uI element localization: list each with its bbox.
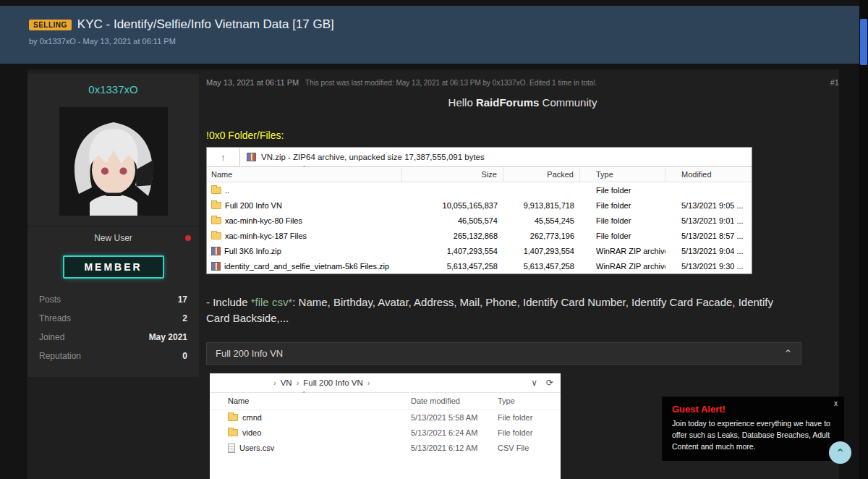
folder-icon: [211, 217, 221, 224]
explorer-row[interactable]: video 5/13/2021 6:24 AM File folder: [210, 425, 561, 441]
file-modified: 5/13/2021 8:57 ...: [665, 228, 752, 243]
stat-threads: Threads 2: [39, 309, 187, 328]
close-icon[interactable]: x: [834, 399, 838, 407]
column-header-size[interactable]: Size: [402, 167, 503, 182]
scrollbar-thumb[interactable]: [860, 19, 867, 65]
archive-address-bar[interactable]: VN.zip - ZIP64 archive, unpacked size 17…: [240, 148, 752, 166]
scroll-to-top-button[interactable]: ⌃: [829, 441, 851, 464]
thread-header: SELLING KYC - Identify/Selfie/Info Vietn…: [0, 6, 859, 64]
explorer-column-headers: Name ⌃ Date modified Type: [210, 393, 561, 410]
post-meta: May 13, 2021 at 06:11 PM This post was l…: [206, 78, 839, 87]
chevron-up-icon: ⌃: [835, 446, 845, 459]
archive-row[interactable]: identity_card_and_selfie_vietnam-5k6 Fil…: [207, 258, 752, 274]
archive-row[interactable]: Full 3K6 Info.zip 1,407,293,554 1,407,29…: [207, 243, 752, 258]
winrar-window: ↑ VN.zip - ZIP64 archive, unpacked size …: [206, 147, 752, 274]
zip-file-icon: [211, 247, 221, 255]
column-header-type[interactable]: Type: [580, 167, 665, 182]
explorer-row[interactable]: Users.csv 5/13/2021 6:12 AM CSV File: [210, 441, 561, 456]
file-name: xac-minh-kyc-187 Files: [225, 232, 307, 240]
file-name: Full 200 Info VN: [225, 201, 282, 210]
rank-badge: MEMBER: [63, 255, 164, 279]
up-directory-button[interactable]: ↑: [207, 148, 240, 166]
archive-row[interactable]: Full 200 Info VN 10,055,165,837 9,913,81…: [207, 198, 752, 213]
sort-asc-icon: ⌃: [302, 166, 307, 171]
stat-reputation: Reputation 0: [39, 347, 187, 365]
explorer-row[interactable]: cmnd 5/13/2021 5:58 AM File folder: [210, 410, 561, 425]
file-size: 46,505,574: [402, 213, 503, 228]
spoiler-title: Full 200 Info VN: [216, 348, 283, 359]
breadcrumb-sep-icon: ›: [367, 378, 370, 387]
archive-row[interactable]: xac-minh-kyc-80 Files 46,505,574 45,554,…: [207, 213, 752, 228]
thread-byline: by 0x1337xO - May 13, 2021 at 06:11 PM: [29, 37, 859, 46]
file-packed: 9,913,815,718: [503, 198, 580, 213]
file-name: xac-minh-kyc-80 Files: [225, 216, 302, 225]
file-type: File folder: [498, 425, 561, 441]
thread-title: KYC - Identify/Selfie/Info Vietnam Data …: [77, 17, 334, 32]
post-number-link[interactable]: #1: [830, 78, 839, 87]
address-dropdown-icon[interactable]: ∨: [531, 378, 537, 388]
author-sidebar: 0x1337xO New User MEMBER Posts 17: [27, 74, 199, 377]
file-modified: 5/13/2021 9:04 ...: [665, 243, 752, 258]
collapse-chevron-icon: ⌃: [784, 348, 792, 359]
file-size: 5,613,457,258: [402, 258, 503, 274]
file-packed: 1,407,293,554: [503, 243, 580, 258]
up-arrow-icon: ↑: [221, 152, 226, 163]
column-header-modified[interactable]: Modified: [665, 167, 752, 182]
brand-name: RaidForums: [476, 96, 540, 109]
forum-thread-page: SELLING KYC - Identify/Selfie/Info Vietn…: [0, 0, 868, 479]
file-packed: 45,554,245: [503, 213, 580, 228]
breadcrumb-sep-icon: ›: [273, 378, 276, 387]
stat-posts: Posts 17: [39, 290, 187, 309]
stat-joined: Joined May 2021: [39, 328, 187, 347]
file-name: video: [242, 428, 261, 437]
file-type: File folder: [580, 182, 665, 198]
file-type: File folder: [580, 228, 665, 243]
file-name: ..: [225, 186, 229, 195]
file-modified: 5/13/2021 9:05 ...: [665, 198, 752, 213]
author-username-link[interactable]: 0x1337xO: [27, 74, 199, 103]
file-size: 10,055,165,837: [402, 198, 503, 213]
file-type: File folder: [498, 410, 561, 425]
file-size: 265,132,868: [402, 228, 503, 243]
winrar-toolbar: ↑ VN.zip - ZIP64 archive, unpacked size …: [207, 148, 752, 167]
explorer-column-date[interactable]: Date modified: [411, 393, 498, 410]
folder-icon: [211, 232, 221, 240]
scrollbar-track[interactable]: [859, 0, 868, 479]
folder-icon: [228, 429, 238, 436]
file-date: 5/13/2021 6:24 AM: [411, 425, 498, 441]
avatar-image: [59, 107, 168, 216]
file-name: Users.csv: [239, 444, 274, 452]
file-date: 5/13/2021 5:58 AM: [411, 410, 498, 425]
spoiler-header[interactable]: Full 200 Info VN ⌃: [206, 342, 801, 365]
file-type: File folder: [580, 213, 665, 228]
folder-icon: [228, 414, 238, 421]
breadcrumb-item-vn[interactable]: VN: [281, 378, 292, 387]
avatar[interactable]: [59, 107, 168, 216]
archive-row[interactable]: xac-minh-kyc-187 Files 265,132,868 262,7…: [207, 228, 752, 243]
file-type: WinRAR ZIP archive: [580, 243, 665, 258]
include-description: - Include *file csv*: Name, Birthday, Av…: [206, 294, 799, 326]
archive-row-parent[interactable]: .. File folder: [207, 182, 752, 198]
refresh-icon[interactable]: ⟳: [546, 378, 553, 388]
explorer-window: › VN › Full 200 Info VN › ∨ ⟳ Name ⌃ Dat…: [210, 373, 561, 479]
file-modified: 5/13/2021 9:01 ...: [665, 213, 752, 228]
file-modified: [665, 182, 752, 198]
user-stats: Posts 17 Threads 2 Joined May 2021 Reput…: [27, 290, 199, 370]
file-size: 1,407,293,554: [402, 243, 503, 258]
file-name: identity_card_and_selfie_vietnam-5k6 Fil…: [224, 262, 389, 271]
column-header-packed[interactable]: Packed: [503, 167, 580, 182]
file-packed: 262,773,196: [503, 228, 580, 243]
file-type: File folder: [580, 198, 665, 213]
breadcrumb-item-folder[interactable]: Full 200 Info VN: [303, 378, 362, 387]
file-name: Full 3K6 Info.zip: [224, 247, 281, 255]
explorer-column-name[interactable]: Name ⌃: [210, 393, 411, 410]
file-modified: 5/13/2021 9:30 ...: [665, 258, 752, 274]
file-type: WinRAR ZIP archive: [580, 258, 665, 274]
guest-alert-body: Join today to experience everything we h…: [672, 418, 834, 452]
explorer-column-type[interactable]: Type: [498, 393, 561, 410]
zip-file-icon: [211, 262, 221, 271]
guest-alert-title: Guest Alert!: [672, 404, 834, 415]
column-header-name[interactable]: Name ⌃: [207, 167, 402, 182]
explorer-address-bar[interactable]: › VN › Full 200 Info VN › ∨ ⟳: [210, 373, 561, 393]
post-greeting: Hello RaidForums Community: [206, 96, 839, 109]
